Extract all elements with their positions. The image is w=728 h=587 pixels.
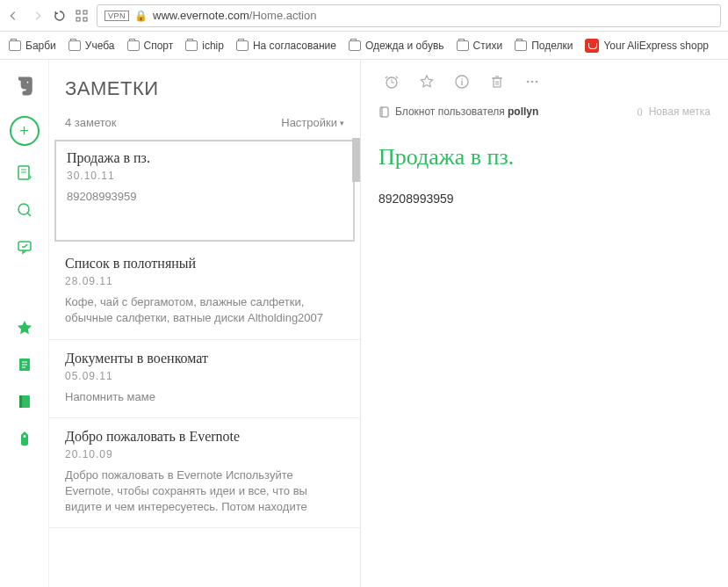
folder-icon xyxy=(68,40,81,51)
svg-rect-3 xyxy=(83,18,87,21)
note-item[interactable]: Продажа в пз. 30.10.11 89208993959 xyxy=(54,140,355,242)
note-item[interactable]: Список в полотняный 28.09.11 Кофе, чай с… xyxy=(49,245,360,339)
forward-button[interactable] xyxy=(32,10,44,22)
new-tag[interactable]: Новая метка xyxy=(635,105,710,118)
notes-icon[interactable] xyxy=(15,355,34,374)
shortcut-star-icon[interactable] xyxy=(419,74,435,90)
sidebar: + + xyxy=(0,60,49,587)
shortcuts-icon[interactable] xyxy=(15,318,34,337)
svg-point-32 xyxy=(536,81,538,83)
note-item-date: 05.09.11 xyxy=(65,370,344,382)
note-item-title: Добро пожаловать в Evernote xyxy=(65,429,344,445)
note-item-date: 30.10.11 xyxy=(67,170,342,182)
note-item-title: Список в полотняный xyxy=(65,256,344,272)
bookmark-item[interactable]: Спорт xyxy=(127,40,174,52)
bookmark-item[interactable]: Одежда и обувь xyxy=(349,40,444,52)
folder-icon xyxy=(185,40,198,51)
note-body[interactable]: 89208993959 xyxy=(378,192,710,206)
trash-icon[interactable] xyxy=(489,74,505,90)
notes-panel: ЗАМЕТКИ 4 заметок Настройки▾ Продажа в п… xyxy=(49,60,361,587)
folder-icon xyxy=(349,40,361,51)
note-item-title: Документы в военкомат xyxy=(65,351,344,366)
note-add-icon[interactable]: + xyxy=(15,163,34,183)
url-text: www.evernote.com/Home.action xyxy=(153,9,316,22)
bookmark-item[interactable]: ichip xyxy=(185,40,224,52)
folder-icon xyxy=(127,40,140,51)
svg-line-20 xyxy=(386,76,387,78)
note-item-date: 28.09.11 xyxy=(65,275,344,287)
folder-icon xyxy=(236,40,249,51)
svg-point-23 xyxy=(461,78,463,80)
note-item-snippet: Добро пожаловать в Evernote Используйте … xyxy=(65,467,344,516)
notes-panel-title: ЗАМЕТКИ xyxy=(65,77,344,100)
bookmark-item[interactable]: Поделки xyxy=(515,40,573,52)
note-item[interactable]: Добро пожаловать в Evernote 20.10.09 Доб… xyxy=(49,418,360,529)
svg-text:+: + xyxy=(28,173,32,182)
note-item-date: 20.10.09 xyxy=(65,448,344,460)
notes-count: 4 заметок xyxy=(65,116,117,129)
back-button[interactable] xyxy=(7,10,19,22)
more-icon[interactable] xyxy=(524,74,540,90)
reminder-icon[interactable] xyxy=(384,74,400,90)
note-title[interactable]: Продажа в пз. xyxy=(378,144,710,170)
reload-button[interactable] xyxy=(53,9,67,23)
note-item-title: Продажа в пз. xyxy=(67,150,342,166)
svg-point-30 xyxy=(527,81,530,83)
aliexpress-icon xyxy=(585,39,599,53)
svg-line-9 xyxy=(27,214,31,217)
note-detail: Блокнот пользователя pollyn Новая метка … xyxy=(361,60,728,587)
notebooks-icon[interactable] xyxy=(15,392,34,411)
svg-rect-16 xyxy=(19,395,22,408)
bookmark-item[interactable]: Учеба xyxy=(68,40,115,52)
info-icon[interactable] xyxy=(454,74,470,90)
svg-rect-0 xyxy=(76,11,80,14)
svg-line-21 xyxy=(396,76,398,78)
note-item-snippet: 89208993959 xyxy=(67,189,342,205)
bookmark-item[interactable]: Стихи xyxy=(457,40,503,52)
notebook-icon xyxy=(378,106,390,118)
bookmark-item[interactable]: Your AliExpress shopp xyxy=(585,39,709,53)
bookmark-item[interactable]: На согласование xyxy=(236,40,336,52)
bookmarks-bar: Барби Учеба Спорт ichip На согласование … xyxy=(0,32,728,60)
note-item-snippet: Напомнить маме xyxy=(65,389,344,405)
svg-point-8 xyxy=(18,204,29,214)
svg-rect-1 xyxy=(83,11,87,14)
svg-rect-2 xyxy=(76,18,80,21)
tags-icon[interactable] xyxy=(15,429,34,448)
address-bar[interactable]: VPN 🔒 www.evernote.com/Home.action xyxy=(97,4,721,27)
svg-point-31 xyxy=(531,81,534,83)
svg-rect-33 xyxy=(380,107,388,117)
extensions-icon[interactable] xyxy=(76,10,88,22)
notebook-label[interactable]: Блокнот пользователя pollyn xyxy=(395,105,538,118)
svg-rect-25 xyxy=(494,78,501,87)
vpn-badge: VPN xyxy=(105,11,129,21)
chevron-down-icon: ▾ xyxy=(340,119,344,127)
evernote-logo[interactable] xyxy=(12,74,37,98)
search-icon[interactable] xyxy=(15,200,34,220)
scrollbar-thumb[interactable] xyxy=(352,138,360,182)
note-item-snippet: Кофе, чай с бергамотом, влажные салфетки… xyxy=(65,294,344,326)
folder-icon xyxy=(515,40,527,51)
notes-settings[interactable]: Настройки▾ xyxy=(281,116,344,129)
workchat-icon[interactable] xyxy=(15,237,34,257)
lock-icon: 🔒 xyxy=(134,10,148,22)
bookmark-item[interactable]: Барби xyxy=(9,40,56,52)
folder-icon xyxy=(9,40,21,51)
folder-icon xyxy=(457,40,469,51)
note-item[interactable]: Документы в военкомат 05.09.11 Напомнить… xyxy=(49,340,360,418)
new-note-button[interactable]: + xyxy=(10,116,40,146)
